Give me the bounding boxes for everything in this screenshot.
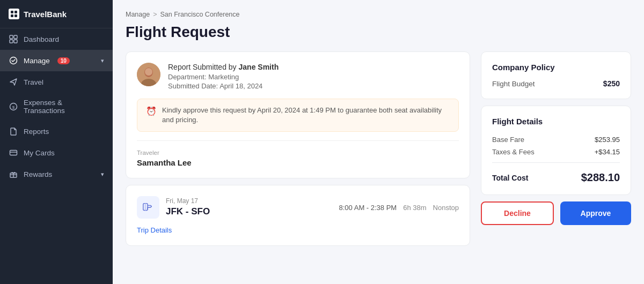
svg-rect-3: [14, 14, 17, 17]
sidebar-item-reports[interactable]: Reports: [0, 121, 113, 142]
avatar: [137, 63, 160, 86]
alert-text: Kindly approve this request by April 20,…: [162, 106, 450, 125]
approve-button[interactable]: Approve: [560, 201, 631, 225]
sidebar-item-rewards-label: Rewards: [24, 170, 52, 178]
flight-details-card: Flight Details Base Fare $253.95 Taxes &…: [481, 106, 631, 195]
clock-icon: ⏰: [146, 106, 157, 116]
svg-rect-7: [14, 40, 17, 43]
left-column: Report Submitted by Jane Smith Departmen…: [126, 51, 470, 246]
total-label: Total Cost: [492, 174, 528, 182]
sidebar-item-manage[interactable]: Manage 10 ▾: [0, 50, 113, 71]
logo-icon: [9, 9, 19, 19]
taxes-row: Taxes & Fees +$34.15: [492, 146, 620, 158]
flight-budget-value: $250: [603, 79, 620, 88]
svg-rect-6: [10, 40, 13, 43]
total-value: $288.10: [581, 171, 620, 184]
flight-info: Fri, May 17 JFK - SFO: [166, 197, 333, 218]
report-department: Department: Marketing: [168, 73, 459, 81]
content-grid: Report Submitted by Jane Smith Departmen…: [126, 51, 631, 246]
sidebar-item-expenses[interactable]: $ Expenses & Transactions: [0, 93, 113, 121]
taxes-value: +$34.15: [595, 148, 620, 156]
file-icon: [9, 126, 18, 136]
taxes-label: Taxes & Fees: [492, 148, 535, 156]
rewards-chevron-icon: ▾: [101, 171, 104, 178]
sidebar-item-travel[interactable]: Travel: [0, 71, 113, 93]
flight-card: Fri, May 17 JFK - SFO 8:00 AM - 2:38 PM …: [126, 185, 470, 246]
breadcrumb-current: San Francisco Conference: [160, 11, 240, 18]
breadcrumb: Manage > San Francisco Conference: [126, 11, 631, 18]
flight-route: JFK - SFO: [166, 206, 333, 217]
paper-plane-icon: [9, 77, 18, 87]
dollar-icon: $: [9, 102, 18, 111]
sidebar-logo: TravelBank: [0, 0, 113, 28]
logo-text: TravelBank: [24, 10, 67, 19]
traveler-name: Samantha Lee: [137, 158, 459, 167]
detail-divider: [492, 162, 620, 163]
svg-rect-4: [10, 35, 13, 39]
alert-banner: ⏰ Kindly approve this request by April 2…: [137, 99, 459, 132]
flight-card-inner: Fri, May 17 JFK - SFO 8:00 AM - 2:38 PM …: [137, 196, 459, 219]
decline-button[interactable]: Decline: [481, 201, 554, 225]
circle-check-icon: [9, 56, 18, 65]
svg-rect-2: [11, 14, 13, 17]
page-title: Flight Request: [126, 24, 631, 41]
flight-budget-label: Flight Budget: [492, 80, 535, 88]
flight-stop-type: Nonstop: [433, 204, 459, 212]
sidebar-item-dashboard[interactable]: Dashboard: [0, 28, 113, 50]
sidebar-item-mycards-label: My Cards: [24, 149, 55, 157]
manage-badge: 10: [57, 57, 70, 64]
report-submitted-date: Submitted Date: April 18, 2024: [168, 82, 459, 90]
sidebar-item-dashboard-label: Dashboard: [24, 35, 59, 43]
sidebar-item-manage-label: Manage: [24, 57, 50, 65]
base-fare-row: Base Fare $253.95: [492, 133, 620, 146]
svg-point-19: [145, 68, 152, 76]
svg-text:$: $: [12, 105, 15, 110]
flight-date: Fri, May 17: [166, 197, 333, 205]
flight-times: 8:00 AM - 2:38 PM: [339, 204, 397, 212]
sidebar-item-expenses-label: Expenses & Transactions: [24, 99, 104, 115]
sidebar: TravelBank Dashboard Manage 10 ▾ Travel …: [0, 0, 113, 284]
flight-icon: [137, 196, 159, 219]
base-fare-value: $253.95: [595, 136, 620, 144]
svg-point-8: [10, 57, 17, 64]
manage-chevron-icon: ▾: [101, 57, 104, 64]
sidebar-item-travel-label: Travel: [24, 78, 43, 86]
main-content: Manage > San Francisco Conference Flight…: [113, 0, 644, 284]
svg-rect-21: [145, 204, 147, 211]
policy-card: Company Policy Flight Budget $250: [481, 51, 631, 99]
grid-icon: [9, 34, 18, 44]
base-fare-label: Base Fare: [492, 136, 524, 144]
sidebar-item-rewards[interactable]: Rewards ▾: [0, 163, 113, 185]
svg-rect-0: [11, 11, 13, 13]
sidebar-item-mycards[interactable]: My Cards: [0, 142, 113, 163]
breadcrumb-separator: >: [153, 11, 157, 18]
svg-rect-11: [10, 151, 17, 155]
policy-budget-row: Flight Budget $250: [492, 79, 620, 88]
total-row: Total Cost $288.10: [492, 167, 620, 184]
report-title: Report Submitted by Jane Smith: [168, 63, 459, 71]
submitter-name: Jane Smith: [239, 63, 279, 71]
policy-card-title: Company Policy: [492, 63, 620, 72]
flight-card-wrap: Fri, May 17 JFK - SFO 8:00 AM - 2:38 PM …: [137, 196, 459, 235]
flight-duration: 6h 38m: [403, 204, 426, 212]
gift-icon: [9, 169, 18, 179]
traveler-label: Traveler: [137, 150, 459, 156]
svg-rect-1: [14, 11, 17, 13]
sidebar-item-reports-label: Reports: [24, 128, 49, 136]
report-info: Report Submitted by Jane Smith Departmen…: [168, 63, 459, 90]
card-icon: [9, 148, 18, 158]
report-card: Report Submitted by Jane Smith Departmen…: [126, 51, 470, 178]
trip-details-link[interactable]: Trip Details: [137, 225, 459, 235]
breadcrumb-parent[interactable]: Manage: [126, 11, 150, 18]
flight-details-title: Flight Details: [492, 117, 620, 126]
svg-rect-5: [14, 35, 17, 39]
report-header: Report Submitted by Jane Smith Departmen…: [137, 63, 459, 99]
right-column: Company Policy Flight Budget $250 Flight…: [481, 51, 631, 246]
action-buttons: Decline Approve: [481, 201, 631, 225]
traveler-section: Traveler Samantha Lee: [137, 140, 459, 167]
